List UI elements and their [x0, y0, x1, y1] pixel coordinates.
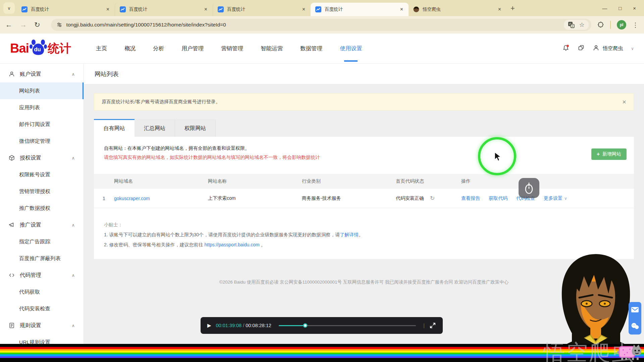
passport-link[interactable]: https://passport.baidu.com: [204, 242, 259, 247]
sidebar-item-code-install-check[interactable]: 代码安装检查: [0, 300, 84, 317]
sidebar-group-label: 授权设置: [20, 155, 41, 162]
site-domain-link[interactable]: gokuscraper.com: [114, 196, 208, 201]
forward-icon[interactable]: →: [20, 21, 27, 29]
main-nav: 主页 概况 分析 用户管理 营销管理 智能运营 数据管理 使用设置: [95, 43, 363, 54]
page-title: 网站列表: [84, 64, 644, 84]
screen: ∨ 百度统计 × 百度统计 × 百度统计 × 百度统计 × 悟空爬虫 × +: [0, 0, 644, 362]
account-chevron-down-icon[interactable]: ∨: [631, 46, 634, 51]
tab-close-icon[interactable]: ×: [496, 6, 503, 12]
nav-home[interactable]: 主页: [95, 43, 108, 54]
player-progress-track[interactable]: [279, 325, 416, 326]
site-info-icon[interactable]: [56, 22, 62, 28]
nav-user-management[interactable]: 用户管理: [181, 43, 204, 54]
notice-text: 原百度统计站长/客户账号请选择百度商业账号进行登录。: [102, 99, 220, 105]
sidebar-item-email-subscription[interactable]: 邮件订阅设置: [0, 116, 84, 133]
tab-close-icon[interactable]: ×: [300, 6, 307, 12]
total-time: 00:08:28:12: [246, 323, 271, 328]
tab-close-icon[interactable]: ×: [104, 6, 111, 12]
back-icon[interactable]: ←: [5, 21, 12, 29]
refresh-status-icon[interactable]: ↻: [430, 195, 435, 202]
sidebar-item-wechat-binding[interactable]: 微信绑定管理: [0, 133, 84, 149]
sidebar-item-marketing-auth[interactable]: 营销管理授权: [0, 183, 84, 200]
panel-warning: 请您填写真实有效的网站域名，如实际统计数据的网站域名与填写的网站域名不一致，将会…: [104, 155, 624, 161]
mouse-indicator: [519, 178, 539, 198]
tip-line-1: 1. 该账号下可以建立的自有网站个数上限为30个，请使用百度统计提供的企业级数据…: [104, 230, 624, 240]
site-name: 上下求索com: [208, 195, 302, 201]
nav-data-management[interactable]: 数据管理: [300, 43, 323, 54]
play-icon[interactable]: ▶: [207, 322, 211, 328]
player-time: 00:01:39:08/00:08:28:12: [216, 323, 271, 328]
bookmark-star-icon[interactable]: ☆: [579, 21, 585, 28]
site-type-tabs: 自有网站 汇总网站 权限网站: [94, 119, 634, 137]
address-bar[interactable]: tongji.baidu.com/main/setting/1000071561…: [51, 19, 591, 31]
nav-smart-ops[interactable]: 智能运营: [260, 43, 283, 54]
nav-analysis[interactable]: 分析: [152, 43, 165, 54]
sidebar-item-app-list[interactable]: 应用列表: [0, 99, 84, 116]
add-site-button[interactable]: + 新增网站: [591, 148, 627, 160]
notice-close-icon[interactable]: ×: [622, 98, 626, 106]
close-icon[interactable]: ×: [633, 5, 636, 11]
browser-tab-5[interactable]: 悟空爬虫 ×: [409, 3, 506, 16]
tab-close-icon[interactable]: ×: [398, 6, 405, 12]
learn-more-link[interactable]: 了解详情: [340, 232, 359, 237]
minimize-icon[interactable]: —: [602, 5, 607, 11]
sidebar-group-rules[interactable]: 规则设置 ∧: [0, 317, 84, 334]
add-site-label: 新增网站: [602, 151, 621, 157]
sidebar-item-website-list[interactable]: 网站列表: [0, 82, 84, 99]
browser-tab-1[interactable]: 百度统计 ×: [17, 3, 115, 16]
sidebar-item-promo-data-auth[interactable]: 推广数据授权: [0, 200, 84, 217]
video-player-bar: ▶ 00:01:39:08/00:08:28:12 |: [201, 317, 443, 334]
sidebar-item-get-code[interactable]: 代码获取: [0, 284, 84, 300]
sidebar-group-code[interactable]: 代码管理 ∧: [0, 267, 84, 284]
sidebar-group-promotion[interactable]: 推广设置 ∧: [0, 217, 84, 233]
baidu-paw-icon: du: [30, 39, 47, 56]
nav-marketing[interactable]: 营销管理: [220, 43, 244, 54]
tips-title: 小贴士：: [104, 220, 624, 230]
col-name: 网站名称: [208, 178, 302, 184]
collapse-icon[interactable]: [429, 322, 436, 329]
view-report-link[interactable]: 查看报告: [461, 195, 480, 201]
more-settings-link[interactable]: 更多设置 ∨: [544, 195, 567, 201]
sidebar-item-permission-accounts[interactable]: 权限账号设置: [0, 166, 84, 183]
sites-table: 网站域名 网站名称 行业类别 首页代码状态 操作 1 gokuscraper.c…: [94, 174, 634, 208]
notification-bell-icon[interactable]: [562, 44, 570, 53]
player-progress-knob[interactable]: [303, 323, 308, 328]
tab-title: 百度统计: [227, 6, 300, 12]
browser-tab-4-active[interactable]: 百度统计 ×: [311, 3, 409, 16]
url-text[interactable]: tongji.baidu.com/main/setting/1000071561…: [66, 22, 564, 28]
tab-aggregate-sites[interactable]: 汇总网站: [135, 119, 175, 137]
logo-text-bai: Bai: [10, 41, 29, 56]
contact-widget: [629, 302, 641, 335]
baidu-tongji-logo[interactable]: Bai du 统计: [10, 41, 71, 56]
extensions-icon[interactable]: [597, 21, 604, 28]
sidebar-item-ad-tracking[interactable]: 指定广告跟踪: [0, 233, 84, 250]
profile-avatar[interactable]: pl: [617, 20, 626, 29]
sidebar-group-account[interactable]: 账户设置 ∧: [0, 66, 84, 82]
tab-close-icon[interactable]: ×: [202, 6, 209, 12]
tab-own-sites[interactable]: 自有网站: [94, 119, 135, 137]
browser-menu-icon[interactable]: ⋮: [632, 21, 639, 29]
maximize-icon[interactable]: □: [619, 5, 622, 11]
user-icon: [9, 71, 15, 77]
new-tab-button[interactable]: +: [511, 4, 515, 13]
code-status-text: 代码安装正确: [396, 195, 424, 201]
mail-icon[interactable]: [631, 307, 639, 312]
account-name[interactable]: 悟空爬虫: [603, 45, 623, 52]
reload-icon[interactable]: ↻: [34, 21, 40, 29]
nav-settings-active[interactable]: 使用设置: [339, 43, 363, 54]
logo-text-du: du: [34, 46, 41, 53]
chevron-down-icon: ∨: [7, 6, 11, 11]
translate-icon[interactable]: G 文: [568, 21, 575, 28]
tab-permission-sites[interactable]: 权限网站: [175, 119, 216, 137]
copy-link-icon[interactable]: [578, 44, 585, 53]
tab-search-button[interactable]: ∨: [3, 2, 15, 14]
sidebar-group-authorization[interactable]: 授权设置 ∧: [0, 149, 84, 166]
tongji-favicon: [218, 6, 224, 12]
wechat-icon[interactable]: [631, 323, 639, 329]
nav-overview[interactable]: 概况: [124, 43, 136, 54]
sidebar-item-promo-block-list[interactable]: 百度推广屏蔽列表: [0, 250, 84, 267]
get-code-link[interactable]: 获取代码: [489, 195, 507, 201]
browser-tab-3[interactable]: 百度统计 ×: [213, 3, 311, 16]
chevron-up-icon: ∧: [71, 223, 75, 228]
browser-tab-2[interactable]: 百度统计 ×: [115, 3, 213, 16]
